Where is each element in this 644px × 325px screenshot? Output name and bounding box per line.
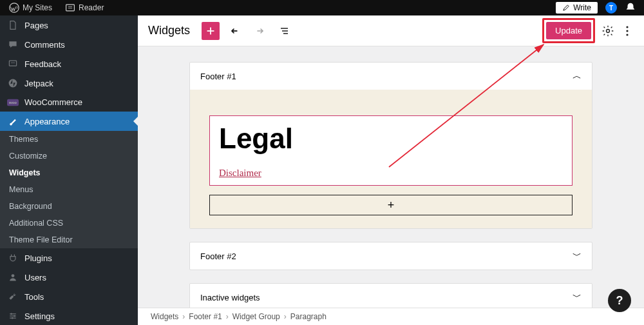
plugin-icon — [6, 253, 19, 263]
sidebar-item-label: Tools — [24, 292, 44, 302]
svg-point-23 — [626, 26, 628, 28]
add-block-button[interactable] — [202, 22, 220, 40]
widget-area-header-inactive[interactable]: Inactive widgets ﹀ — [190, 284, 592, 308]
breadcrumb-separator: › — [226, 312, 229, 321]
widget-area-header-footer2[interactable]: Footer #2 ﹀ — [190, 242, 592, 270]
notification-icon[interactable] — [625, 2, 636, 14]
widget-area-inactive: Inactive widgets ﹀ — [189, 283, 592, 308]
breadcrumb-separator: › — [182, 312, 185, 321]
sidebar-item-appearance[interactable]: Appearance — [0, 112, 138, 131]
svg-text:woo: woo — [8, 101, 17, 104]
breadcrumb-item[interactable]: Widget Group — [232, 312, 280, 321]
admin-sidebar: Pages Comments Feedback Jetpack woo WooC… — [0, 15, 138, 325]
redo-button[interactable] — [251, 22, 269, 40]
svg-point-14 — [14, 315, 15, 317]
more-options-icon[interactable] — [621, 25, 634, 37]
svg-point-9 — [12, 274, 15, 277]
breadcrumb-separator: › — [284, 312, 287, 321]
svg-point-24 — [626, 30, 628, 32]
appearance-submenu: Themes Customize Widgets Menus Backgroun… — [0, 131, 138, 248]
submenu-widgets[interactable]: Widgets — [0, 164, 138, 181]
sidebar-item-feedback[interactable]: Feedback — [0, 54, 138, 74]
sidebar-item-woocommerce[interactable]: woo WooCommerce — [0, 93, 138, 112]
list-view-button[interactable] — [275, 22, 293, 40]
submenu-customize[interactable]: Customize — [0, 148, 138, 164]
sidebar-item-tools[interactable]: Tools — [0, 287, 138, 306]
admin-bar-right: Write T — [556, 2, 644, 14]
widget-area-title: Inactive widgets — [200, 293, 260, 302]
undo-button[interactable] — [226, 22, 244, 40]
brush-icon — [6, 116, 19, 126]
update-highlight-box: Update — [542, 18, 595, 43]
users-icon — [6, 272, 19, 282]
my-sites-label: My Sites — [23, 3, 52, 12]
sidebar-item-users[interactable]: Users — [0, 268, 138, 287]
redo-icon — [253, 25, 266, 37]
sidebar-item-plugins[interactable]: Plugins — [0, 248, 138, 268]
page-title: Widgets — [148, 24, 190, 37]
breadcrumb-item[interactable]: Widgets — [151, 312, 178, 321]
widget-area-footer1: Footer #1 ︿ Legal Disclaimer + — [189, 62, 592, 229]
widget-area-title: Footer #1 — [200, 72, 236, 81]
sidebar-item-label: Settings — [24, 311, 55, 321]
wordpress-icon — [9, 3, 19, 13]
plus-icon: + — [388, 199, 395, 212]
svg-point-22 — [607, 29, 610, 32]
breadcrumb-item[interactable]: Paragraph — [290, 312, 327, 321]
admin-bar-left: My Sites Reader — [0, 0, 109, 15]
sidebar-item-label: Users — [24, 273, 46, 282]
heading-block[interactable]: Legal — [219, 123, 563, 155]
breadcrumb-item[interactable]: Footer #1 — [189, 312, 222, 321]
submenu-themes[interactable]: Themes — [0, 131, 138, 148]
svg-point-6 — [9, 79, 17, 88]
editor-body: Footer #1 ︿ Legal Disclaimer + Footer #2 — [138, 46, 644, 308]
update-button[interactable]: Update — [546, 22, 591, 39]
widget-area-body-footer1: Legal Disclaimer + — [190, 90, 592, 228]
undo-icon — [229, 25, 242, 37]
submenu-theme-file-editor[interactable]: Theme File Editor — [0, 231, 138, 248]
sidebar-item-jetpack[interactable]: Jetpack — [0, 74, 138, 93]
svg-point-13 — [10, 313, 12, 315]
feedback-icon — [6, 59, 19, 69]
reader-link[interactable]: Reader — [60, 0, 109, 15]
sidebar-item-label: Appearance — [24, 117, 70, 126]
editor-header-right: Update — [542, 18, 634, 43]
woocommerce-icon: woo — [6, 99, 19, 106]
admin-bar: My Sites Reader Write T — [0, 0, 644, 15]
sliders-icon — [6, 311, 19, 321]
submenu-menus[interactable]: Menus — [0, 181, 138, 198]
reader-icon — [65, 3, 75, 13]
write-button[interactable]: Write — [556, 2, 598, 14]
write-label: Write — [573, 3, 591, 12]
svg-rect-4 — [9, 61, 16, 66]
paragraph-block-link[interactable]: Disclaimer — [219, 168, 261, 178]
widget-area-header-footer1[interactable]: Footer #1 ︿ — [190, 63, 592, 90]
comment-icon — [6, 39, 19, 50]
avatar[interactable]: T — [605, 2, 617, 14]
widget-area-title: Footer #2 — [200, 251, 236, 261]
svg-point-15 — [12, 317, 13, 319]
avatar-initial: T — [609, 5, 613, 12]
chevron-up-icon: ︿ — [573, 70, 582, 82]
submenu-additional-css[interactable]: Additional CSS — [0, 215, 138, 231]
sidebar-item-settings[interactable]: Settings — [0, 306, 138, 325]
sidebar-item-label: Pages — [24, 21, 48, 30]
reader-label: Reader — [79, 3, 104, 12]
help-button[interactable]: ? — [608, 289, 631, 312]
sidebar-item-label: Plugins — [24, 253, 52, 263]
page-icon — [6, 20, 19, 30]
widget-group-block[interactable]: Legal Disclaimer — [209, 115, 573, 186]
sidebar-item-comments[interactable]: Comments — [0, 35, 138, 54]
block-breadcrumb: Widgets › Footer #1 › Widget Group › Par… — [138, 308, 644, 325]
wp-logo[interactable]: My Sites — [4, 0, 57, 15]
block-appender[interactable]: + — [209, 195, 573, 215]
chevron-down-icon: ﹀ — [573, 250, 582, 262]
sidebar-item-pages[interactable]: Pages — [0, 15, 138, 35]
submenu-background[interactable]: Background — [0, 198, 138, 215]
pencil-icon — [562, 4, 570, 12]
editor-header: Widgets Update — [138, 15, 644, 46]
editor-content: Widgets Update Footer #1 ︿ — [138, 15, 644, 325]
help-icon: ? — [616, 294, 623, 308]
plus-icon — [205, 25, 216, 37]
settings-icon[interactable] — [601, 25, 614, 37]
